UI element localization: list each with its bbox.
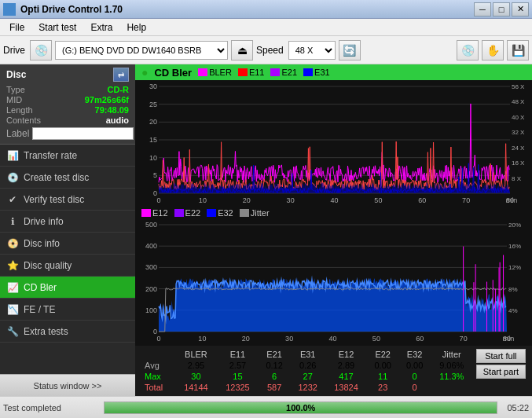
stats-buttons: Start full Start part — [476, 349, 526, 379]
fe-te-icon: 📉 — [6, 303, 19, 316]
sidebar-item-cd-bler[interactable]: 📈 CD Bler — [0, 277, 135, 299]
legend-jitter: Jitter — [240, 208, 270, 218]
avg-e32: 0.00 — [398, 360, 430, 371]
stats-area: BLER E11 E21 E31 E12 E22 E32 Jitter — [135, 346, 532, 396]
avg-e11: 2.57 — [217, 360, 259, 371]
sidebar-item-transfer-rate[interactable]: 📊 Transfer rate — [0, 145, 135, 167]
legend-bler: BLER — [198, 68, 232, 77]
speed-select[interactable]: 48 X — [288, 41, 336, 60]
chart-title: CD Bler — [154, 67, 192, 79]
speed-label: Speed — [256, 45, 284, 56]
max-jitter: 11.3% — [431, 371, 473, 382]
length-label: Length — [6, 105, 33, 115]
e21-label: E21 — [281, 68, 297, 77]
stats-e21-header: E21 — [259, 349, 290, 360]
menu-start-test[interactable]: Start test — [32, 20, 83, 35]
sidebar-item-disc-quality[interactable]: ⭐ Disc quality — [0, 255, 135, 277]
max-bler: 30 — [175, 371, 217, 382]
sidebar-item-verify-test-disc[interactable]: ✔ Verify test disc — [0, 189, 135, 211]
left-panel: Disc ⇄ Type CD-R MID 97m26s66f Length 79… — [0, 64, 135, 396]
bler-color — [198, 68, 207, 76]
total-bler: 14144 — [175, 382, 217, 393]
status-window-button[interactable]: Status window >> — [0, 374, 135, 396]
stats-e22-header: E22 — [367, 349, 398, 360]
avg-label: Avg — [141, 360, 175, 371]
sidebar-item-create-test-disc[interactable]: 💿 Create test disc — [0, 167, 135, 189]
label-input[interactable] — [32, 127, 134, 140]
start-part-button[interactable]: Start part — [476, 365, 526, 379]
lower-legend: E12 E22 E32 Jitter — [141, 208, 270, 218]
menubar: File Start test Extra Help — [0, 19, 532, 36]
stats-bler-header: BLER — [175, 349, 217, 360]
disc-mid-row: MID 97m26s66f — [6, 95, 129, 104]
avg-e31: 0.26 — [290, 360, 325, 371]
lower-legend-bar: E12 E22 E32 Jitter — [135, 207, 532, 218]
disc-swap-button[interactable]: ⇄ — [113, 68, 129, 82]
label-label: Label — [6, 128, 29, 139]
hand-button[interactable]: ✋ — [482, 40, 504, 60]
mid-value: 97m26s66f — [85, 95, 129, 104]
progress-bar: 100.0% — [105, 402, 497, 413]
disc-quality-label: Disc quality — [24, 260, 72, 271]
close-button[interactable]: ✕ — [512, 2, 529, 16]
stats-row: BLER E11 E21 E31 E12 E22 E32 Jitter — [141, 349, 526, 393]
charts-wrapper: E12 E22 E32 Jitter — [135, 80, 532, 346]
sidebar-item-fe-te[interactable]: 📉 FE / TE — [0, 299, 135, 321]
stats-e12-header: E12 — [325, 349, 367, 360]
legend-e11: E11 — [238, 68, 265, 77]
sidebar-item-drive-info[interactable]: ℹ Drive info — [0, 211, 135, 233]
total-e12: 13824 — [325, 382, 367, 393]
menu-extra[interactable]: Extra — [84, 20, 119, 35]
status-text: Test completed — [3, 403, 97, 412]
minimize-button[interactable]: ─ — [474, 2, 491, 16]
contents-value: audio — [106, 116, 129, 125]
upper-legend: BLER E11 E21 E31 — [198, 68, 329, 77]
disc-info-icon: 📀 — [6, 237, 19, 250]
disc-header: Disc ⇄ — [6, 68, 129, 82]
toolbar: Drive 💿 (G:) BENQ DVD DD DW1640 BSRB ⏏ S… — [0, 36, 532, 64]
legend-e31: E31 — [303, 68, 330, 77]
stats-table: BLER E11 E21 E31 E12 E22 E32 Jitter — [141, 349, 473, 393]
length-value: 79:48.09 — [95, 105, 129, 115]
total-e21: 587 — [259, 382, 290, 393]
nav-items: 📊 Transfer rate 💿 Create test disc ✔ Ver… — [0, 145, 135, 374]
start-full-button[interactable]: Start full — [476, 349, 526, 363]
legend-e12: E12 — [141, 208, 168, 218]
drive-icon-btn[interactable]: 💿 — [30, 40, 52, 60]
disc-section-title: Disc — [6, 69, 26, 80]
sidebar-item-disc-info[interactable]: 📀 Disc info — [0, 233, 135, 255]
avg-e12: 2.89 — [325, 360, 367, 371]
legend-e22: E22 — [174, 208, 201, 218]
stats-label-header — [141, 349, 175, 360]
e11-color — [238, 68, 248, 76]
disc-info-section: Disc ⇄ Type CD-R MID 97m26s66f Length 79… — [0, 64, 135, 145]
refresh-button[interactable]: 🔄 — [339, 40, 361, 60]
disc-button[interactable]: 💿 — [457, 40, 479, 60]
transfer-rate-label: Transfer rate — [24, 150, 77, 161]
stats-e11-header: E11 — [217, 349, 259, 360]
create-test-disc-label: Create test disc — [24, 172, 89, 183]
total-e11: 12325 — [217, 382, 259, 393]
max-e11: 15 — [217, 371, 259, 382]
main-layout: Disc ⇄ Type CD-R MID 97m26s66f Length 79… — [0, 64, 532, 396]
save-button[interactable]: 💾 — [507, 40, 529, 60]
disc-info-label: Disc info — [24, 238, 60, 249]
menu-file[interactable]: File — [3, 20, 31, 35]
maximize-button[interactable]: □ — [493, 2, 510, 16]
eject-button[interactable]: ⏏ — [231, 40, 253, 60]
mid-label: MID — [6, 95, 22, 104]
e12-label: E12 — [152, 208, 168, 218]
drive-select[interactable]: (G:) BENQ DVD DD DW1640 BSRB — [55, 41, 228, 60]
menu-help[interactable]: Help — [120, 20, 152, 35]
e31-label: E31 — [314, 68, 330, 77]
disc-quality-icon: ⭐ — [6, 259, 19, 272]
upper-chart-canvas — [135, 80, 532, 207]
legend-e21: E21 — [270, 68, 297, 77]
e21-color — [270, 68, 280, 76]
jitter-label: Jitter — [251, 208, 270, 218]
sidebar-item-extra-tests[interactable]: 🔧 Extra tests — [0, 321, 135, 343]
e22-label: E22 — [185, 208, 201, 218]
statusbar: Test completed 100.0% 05:22 — [0, 396, 532, 418]
bler-label: BLER — [209, 68, 232, 77]
max-e12: 417 — [325, 371, 367, 382]
